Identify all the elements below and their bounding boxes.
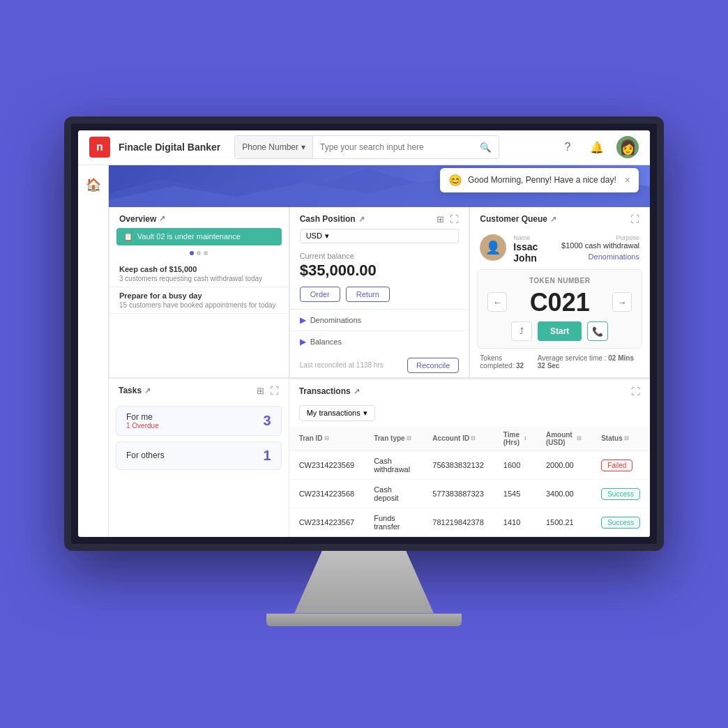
token-prev-button[interactable]: ←: [487, 292, 507, 312]
tasks-panel: Tasks ↗ ⊞ ⛶: [109, 379, 289, 537]
vault-alert: 📋 Vault 02 is under maintenance: [116, 228, 282, 245]
share-button[interactable]: ⤴: [511, 321, 532, 341]
cell-status: Success: [591, 508, 650, 536]
queue-expand-icon[interactable]: ↗: [550, 215, 556, 224]
tasks-list: For me 1 Overdue 3 For others 1: [109, 400, 289, 481]
status-badge: Failed: [601, 460, 632, 471]
sidebar-item-home[interactable]: 🏠: [82, 174, 105, 196]
dot-1: [190, 251, 194, 255]
sort-icon: ⊟: [407, 435, 411, 441]
sort-icon: ⊟: [624, 435, 629, 441]
app-logo: n: [89, 137, 110, 158]
overview-item-1: Keep cash of $15,000 3 customers request…: [109, 261, 289, 287]
overview-panel: Overview ↗ 📋 Vault 02 is under maintenan…: [109, 207, 289, 378]
table-row: CW2314223568 Cash deposit 577383887323 1…: [289, 479, 650, 508]
task-item-forme: For me 1 Overdue 3: [116, 406, 282, 436]
call-button[interactable]: 📞: [587, 321, 608, 341]
token-section: TOKEN NUMBER ← C021 → ⤴ Start 📞: [477, 269, 642, 349]
help-button[interactable]: ?: [558, 137, 577, 157]
cash-actions: Order Return: [290, 287, 469, 309]
overview-title: Overview ↗: [119, 214, 165, 224]
alert-icon: 📋: [123, 232, 133, 241]
cell-tran-id: CW2314223569: [289, 450, 365, 479]
transactions-header: Transactions ↗ ⛶: [289, 379, 650, 401]
cash-header: Cash Position ↗ ⊞ ⛶: [290, 207, 469, 229]
start-button[interactable]: Start: [538, 321, 582, 341]
help-icon: ?: [565, 141, 571, 153]
transactions-expand-btn[interactable]: ⛶: [631, 386, 640, 397]
search-button[interactable]: 🔍: [473, 136, 499, 158]
customer-purpose-section: Purpose $1000 cash withdrawal Denominati…: [561, 234, 639, 262]
monitor-screen: n Finacle Digital Banker Phone Number ▾ …: [64, 116, 664, 551]
dot-3: [204, 251, 208, 255]
sort-icon: ⊟: [577, 435, 582, 441]
tasks-expand-icon[interactable]: ↗: [144, 386, 151, 395]
table-row: CW2314223567 Funds transfer 781219842378…: [289, 508, 650, 536]
currency-row: USD ▾: [290, 229, 469, 249]
customer-queue-panel: Customer Queue ↗ ⛶ 👤 Name Issac John: [469, 207, 650, 378]
return-button[interactable]: Return: [346, 287, 390, 302]
monitor-base: [266, 614, 462, 626]
transactions-tbody: CW2314223569 Cash withdrawal 75638383213…: [289, 450, 650, 536]
transactions-panel: Transactions ↗ ⛶ My transactions ▾: [289, 379, 650, 537]
cell-amount: 2000.00: [536, 450, 591, 479]
balances-accordion[interactable]: ▶ Balances: [290, 331, 469, 352]
greeting-message: Good Morning, Penny! Have a nice day!: [468, 175, 616, 185]
add-task-button[interactable]: ⊞: [257, 386, 264, 396]
cell-tran-type: Cash deposit: [364, 479, 423, 508]
avg-service-time: Average service time : 02 Mins 32 Sec: [538, 354, 639, 370]
sort-icon-active: ↕: [524, 435, 526, 441]
overview-header: Overview ↗: [109, 207, 289, 228]
transactions-table: Tran ID ⊟ Tran type ⊟ Account ID ⊟: [289, 427, 650, 537]
reconcile-button[interactable]: Reconcile: [407, 358, 459, 373]
tasks-title: Tasks ↗: [119, 386, 151, 395]
token-actions: ⤴ Start 📞: [487, 321, 632, 341]
cash-icon-btn-1[interactable]: ⊞: [437, 214, 444, 225]
cash-expand-icon[interactable]: ↗: [358, 215, 365, 224]
col-status: Status ⊟: [591, 427, 650, 451]
col-amount: Amount (USD) ⊟: [536, 427, 591, 451]
search-bar: Phone Number ▾ 🔍: [234, 135, 499, 159]
col-time: Time (Hrs) ↕: [494, 427, 536, 451]
tasks-expand-btn[interactable]: ⛶: [270, 386, 279, 396]
search-input[interactable]: [313, 136, 473, 158]
transactions-filter: My transactions ▾: [289, 401, 650, 427]
balance-amount: $35,000.00: [290, 260, 469, 287]
table-row: CW2314223569 Cash withdrawal 75638383213…: [289, 450, 650, 479]
app-container: n Finacle Digital Banker Phone Number ▾ …: [78, 130, 650, 537]
denominations-link[interactable]: Denominations: [589, 252, 639, 261]
carousel-dots: [109, 251, 289, 255]
queue-header: Customer Queue ↗ ⛶: [470, 207, 649, 229]
table-header-row: Tran ID ⊟ Tran type ⊟ Account ID ⊟: [289, 427, 650, 451]
bottom-panels: Tasks ↗ ⊞ ⛶: [109, 379, 650, 537]
token-nav: ← C021 →: [487, 289, 632, 317]
cell-amount: 3400.00: [536, 479, 591, 508]
close-toast-button[interactable]: ×: [625, 174, 630, 185]
monitor-wrapper: n Finacle Digital Banker Phone Number ▾ …: [64, 116, 664, 626]
cell-time: 1545: [494, 479, 536, 508]
denominations-accordion[interactable]: ▶ Denominations: [290, 309, 469, 331]
transactions-expand-icon[interactable]: ↗: [354, 387, 360, 396]
currency-selector[interactable]: USD ▾: [300, 229, 460, 243]
cash-position-panel: Cash Position ↗ ⊞ ⛶ USD: [289, 207, 470, 378]
bell-icon: 🔔: [590, 141, 604, 154]
avatar[interactable]: 👩: [616, 136, 639, 158]
search-icon: 🔍: [480, 142, 492, 153]
task-item-forothers: For others 1: [116, 441, 282, 470]
app-title: Finacle Digital Banker: [119, 142, 220, 153]
search-type-selector[interactable]: Phone Number ▾: [235, 136, 313, 158]
transactions-filter-select[interactable]: My transactions ▾: [299, 405, 375, 421]
status-badge: Success: [601, 488, 640, 500]
overview-expand-icon[interactable]: ↗: [159, 214, 165, 223]
col-tran-type: Tran type ⊟: [364, 427, 423, 451]
order-button[interactable]: Order: [300, 287, 340, 302]
notifications-button[interactable]: 🔔: [587, 137, 607, 157]
cash-icon-btn-2[interactable]: ⛶: [450, 214, 459, 225]
token-number: C021: [530, 289, 590, 317]
monitor-stand: [294, 551, 434, 614]
customer-avatar: 👤: [480, 234, 506, 261]
greeting-icon: 😊: [448, 174, 462, 187]
overview-item-2: Prepare for a busy day 15 customers have…: [109, 287, 289, 314]
token-next-button[interactable]: →: [612, 292, 632, 312]
queue-expand-btn[interactable]: ⛶: [630, 214, 639, 225]
